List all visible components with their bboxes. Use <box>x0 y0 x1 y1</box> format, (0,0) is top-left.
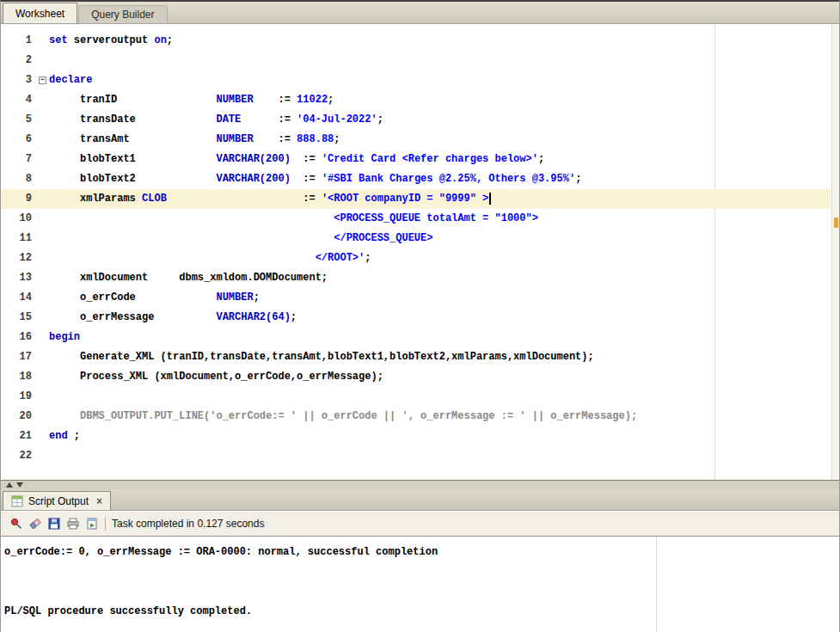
printer-icon <box>66 517 80 531</box>
code-line-17[interactable]: 17 Generate_XML (tranID,transDate,transA… <box>1 347 831 367</box>
editor-lines: 1set serveroutput on;23−declare4 tranID … <box>1 31 831 466</box>
line-number: 15 <box>1 308 37 328</box>
code-line-3[interactable]: 3−declare <box>1 71 831 90</box>
output-line <box>4 582 839 602</box>
code-text: o_errCode NUMBER; <box>49 288 260 308</box>
fold-column <box>37 169 49 189</box>
code-line-22[interactable]: 22 <box>1 446 831 466</box>
pin-icon <box>9 517 23 531</box>
code-line-20[interactable]: 20 DBMS_OUTPUT.PUT_LINE('o_errCode:= ' |… <box>1 407 831 426</box>
run-script-icon <box>85 517 99 531</box>
fold-toggle-icon[interactable]: − <box>39 77 46 84</box>
pin-button[interactable] <box>7 515 26 532</box>
clear-button[interactable] <box>26 515 45 532</box>
fold-column <box>37 189 49 209</box>
line-number: 6 <box>1 130 37 150</box>
fold-column <box>37 387 49 407</box>
fold-column <box>37 347 49 367</box>
fold-column <box>37 308 49 328</box>
tab-worksheet-label: Worksheet <box>15 8 64 20</box>
fold-column <box>37 249 49 268</box>
code-line-14[interactable]: 14 o_errCode NUMBER; <box>1 288 831 308</box>
code-text: transDate DATE := '04-Jul-2022'; <box>49 110 383 130</box>
code-line-2[interactable]: 2 <box>1 51 831 71</box>
line-number: 20 <box>1 407 37 426</box>
toolbar-separator <box>105 517 106 531</box>
code-line-19[interactable]: 19 <box>1 387 831 407</box>
code-line-9[interactable]: 9 xmlParams CLOB := '<ROOT companyID = "… <box>1 189 831 209</box>
line-number: 16 <box>1 328 37 347</box>
code-text: set serveroutput on; <box>49 31 173 51</box>
line-number: 10 <box>1 209 37 229</box>
code-text: </ROOT>'; <box>49 249 371 268</box>
code-line-5[interactable]: 5 transDate DATE := '04-Jul-2022'; <box>1 110 831 130</box>
code-line-7[interactable]: 7 blobText1 VARCHAR(200) := 'Credit Card… <box>1 150 831 169</box>
line-number: 3 <box>1 71 37 90</box>
sql-worksheet-window: Worksheet Query Builder 1set serveroutpu… <box>0 0 840 632</box>
code-text: xmlParams CLOB := '<ROOT companyID = "99… <box>49 189 491 209</box>
editor-scrollbar[interactable] <box>831 25 839 480</box>
line-number: 7 <box>1 150 37 169</box>
code-text: blobText1 VARCHAR(200) := 'Credit Card <… <box>49 150 544 169</box>
task-status-text: Task completed in 0.127 seconds <box>112 518 264 530</box>
tab-worksheet[interactable]: Worksheet <box>3 3 77 23</box>
code-line-13[interactable]: 13 xmlDocument dbms_xmldom.DOMDocument; <box>1 268 831 288</box>
code-line-10[interactable]: 10 <PROCESS_QUEUE totalAmt = "1000"> <box>1 209 831 229</box>
code-text: <PROCESS_QUEUE totalAmt = "1000"> <box>49 209 538 229</box>
run-script-button[interactable] <box>83 515 101 532</box>
output-line: PL/SQL procedure successfully completed. <box>4 602 839 622</box>
code-line-21[interactable]: 21end ; <box>1 426 831 446</box>
splitter-collapse-down-icon[interactable] <box>16 482 23 488</box>
line-number: 12 <box>1 249 37 268</box>
script-output-icon <box>11 495 23 507</box>
line-number: 2 <box>1 51 37 71</box>
line-number: 19 <box>1 387 37 407</box>
code-line-8[interactable]: 8 blobText2 VARCHAR(200) := '#SBI Bank C… <box>1 169 831 189</box>
tab-script-output[interactable]: Script Output × <box>3 491 111 510</box>
code-text: DBMS_OUTPUT.PUT_LINE('o_errCode:= ' || o… <box>49 407 637 426</box>
output-toolbar: Task completed in 0.127 seconds <box>1 512 839 537</box>
line-number: 8 <box>1 169 37 189</box>
output-tabbar: Script Output × <box>1 489 839 511</box>
tab-script-output-label: Script Output <box>28 495 89 507</box>
code-editor[interactable]: 1set serveroutput on;23−declare4 tranID … <box>1 25 839 480</box>
script-output-area[interactable]: o_errCode:= 0, o_errMessage := ORA-0000:… <box>1 537 839 632</box>
fold-column <box>37 407 49 426</box>
tab-query-builder[interactable]: Query Builder <box>78 5 167 23</box>
fold-column <box>37 51 49 71</box>
code-text: declare <box>49 71 92 90</box>
fold-column <box>37 268 49 288</box>
code-line-12[interactable]: 12 </ROOT>'; <box>1 249 831 268</box>
fold-column <box>37 328 49 347</box>
line-number: 14 <box>1 288 37 308</box>
code-text: o_errMessage VARCHAR2(64); <box>49 308 297 328</box>
save-button[interactable] <box>45 515 64 532</box>
code-line-4[interactable]: 4 tranID NUMBER := 11022; <box>1 90 831 110</box>
line-number: 9 <box>1 189 37 209</box>
code-line-16[interactable]: 16begin <box>1 328 831 347</box>
floppy-save-icon <box>47 517 61 531</box>
tab-query-builder-label: Query Builder <box>91 9 154 21</box>
text-cursor <box>489 193 491 205</box>
line-number: 1 <box>1 31 37 51</box>
code-line-11[interactable]: 11 </PROCESS_QUEUE> <box>1 229 831 249</box>
fold-column <box>37 31 49 51</box>
code-line-1[interactable]: 1set serveroutput on; <box>1 31 831 51</box>
splitter-collapse-up-icon[interactable] <box>6 482 13 488</box>
pane-splitter[interactable] <box>1 481 839 489</box>
fold-column <box>37 209 49 229</box>
close-tab-icon[interactable]: × <box>96 495 102 507</box>
code-text: transAmt NUMBER := 888.88; <box>49 130 340 150</box>
fold-column <box>37 426 49 446</box>
print-button[interactable] <box>64 515 83 532</box>
code-text: Process_XML (xmlDocument,o_errCode,o_err… <box>49 367 383 387</box>
output-text: o_errCode:= 0, o_errMessage := ORA-0000:… <box>4 543 839 622</box>
line-number: 13 <box>1 268 37 288</box>
line-number: 11 <box>1 229 37 249</box>
fold-column <box>37 130 49 150</box>
code-line-18[interactable]: 18 Process_XML (xmlDocument,o_errCode,o_… <box>1 367 831 387</box>
code-text: blobText2 VARCHAR(200) := '#SBI Bank Cha… <box>49 169 581 189</box>
fold-column: − <box>37 71 49 90</box>
code-line-15[interactable]: 15 o_errMessage VARCHAR2(64); <box>1 308 831 328</box>
code-line-6[interactable]: 6 transAmt NUMBER := 888.88; <box>1 130 831 150</box>
